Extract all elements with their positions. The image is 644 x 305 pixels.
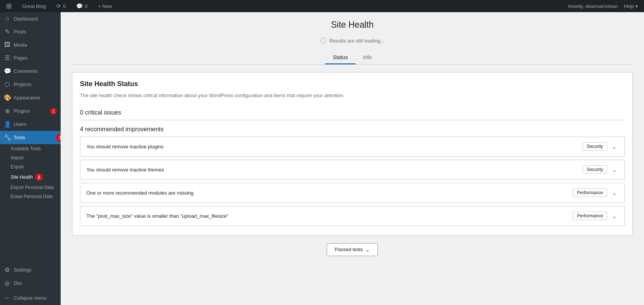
loading-text: Results are still loading... bbox=[329, 38, 384, 44]
new-content-link[interactable]: + New bbox=[95, 0, 115, 12]
sidebar-label-divi: Divi bbox=[14, 280, 22, 286]
plugins-badge: 1 bbox=[50, 108, 57, 115]
expand-button-0[interactable]: ⌄ bbox=[610, 142, 618, 151]
tab-info-label: Info bbox=[363, 54, 372, 60]
sidebar-item-posts[interactable]: ✎ Posts bbox=[0, 25, 61, 38]
critical-issues-count: 0 critical issues bbox=[72, 104, 632, 120]
sidebar-label-projects: Projects bbox=[14, 82, 31, 87]
sidebar-item-appearance[interactable]: 🎨 Appearance bbox=[0, 91, 61, 104]
admin-sidebar: ⌂ Dashboard ✎ Posts 🖼 Media ☰ Pages 💬 Co… bbox=[0, 12, 61, 305]
health-item-text-2: One or more recommended modules are miss… bbox=[86, 190, 194, 196]
dashboard-icon: ⌂ bbox=[4, 15, 11, 22]
tab-info[interactable]: Info bbox=[356, 51, 379, 64]
sidebar-item-pages[interactable]: ☰ Pages bbox=[0, 51, 61, 64]
health-tag-3: Performance bbox=[573, 212, 607, 220]
projects-icon: ⬡ bbox=[4, 81, 11, 88]
submenu-erase-personal-data[interactable]: Erase Personal Data bbox=[0, 192, 61, 201]
collapse-menu-label: Collapse menu bbox=[14, 295, 47, 301]
submenu-export-personal-data[interactable]: Export Personal Data bbox=[0, 183, 61, 192]
sidebar-item-media[interactable]: 🖼 Media bbox=[0, 38, 61, 51]
appearance-icon: 🎨 bbox=[4, 94, 11, 101]
collapse-menu-button[interactable]: ← Collapse menu bbox=[0, 291, 61, 305]
sidebar-label-settings: Settings bbox=[14, 267, 31, 273]
comments-icon: 💬 bbox=[76, 3, 83, 9]
updates-icon: ⟳ bbox=[56, 3, 61, 9]
sidebar-label-media: Media bbox=[14, 42, 27, 48]
sidebar-item-settings[interactable]: ⚙ Settings bbox=[0, 263, 61, 277]
site-health-badge: 2 bbox=[35, 173, 43, 181]
updates-link[interactable]: ⟳ 5 bbox=[53, 0, 69, 12]
new-content-label: + New bbox=[98, 3, 112, 9]
improvements-count: 4 recommended improvements bbox=[72, 120, 632, 137]
main-content: Site Health Results are still loading...… bbox=[61, 12, 644, 305]
page-title: Site Health bbox=[72, 20, 633, 30]
passed-tests-button[interactable]: Passed tests ⌄ bbox=[327, 243, 378, 256]
tabs-row: Status Info bbox=[72, 51, 633, 64]
sidebar-item-comments[interactable]: 💬 Comments bbox=[0, 64, 61, 78]
howdy-text: Howdy, deannamclean bbox=[568, 3, 617, 9]
sidebar-item-projects[interactable]: ⬡ Projects bbox=[0, 78, 61, 91]
health-item-text-3: The "post_max_size" value is smaller tha… bbox=[86, 213, 229, 219]
passed-tests-chevron: ⌄ bbox=[365, 247, 370, 253]
passed-tests-row: Passed tests ⌄ bbox=[72, 236, 633, 264]
settings-icon: ⚙ bbox=[4, 266, 11, 274]
section-header: Site Health Status The site health check… bbox=[72, 72, 632, 104]
sidebar-item-dashboard[interactable]: ⌂ Dashboard bbox=[0, 12, 61, 25]
divi-icon: ◎ bbox=[4, 280, 11, 287]
health-item-2: One or more recommended modules are miss… bbox=[80, 183, 625, 203]
health-item-right-3: Performance ⌄ bbox=[573, 212, 618, 220]
health-item-text-1: You should remove inactive themes bbox=[86, 167, 164, 173]
sidebar-item-tools[interactable]: 🔧 Tools 1 bbox=[0, 131, 61, 144]
sidebar-label-dashboard: Dashboard bbox=[14, 16, 38, 22]
health-item-right-1: Security ⌄ bbox=[583, 165, 618, 174]
submenu-site-health[interactable]: Site Health 2 bbox=[0, 171, 61, 183]
sidebar-label-posts: Posts bbox=[14, 29, 26, 35]
sidebar-label-users: Users bbox=[14, 121, 27, 127]
sidebar-item-divi[interactable]: ◎ Divi bbox=[0, 277, 61, 290]
users-icon: 👤 bbox=[4, 121, 11, 128]
health-tag-2: Performance bbox=[573, 189, 607, 197]
collapse-icon: ← bbox=[4, 294, 11, 301]
expand-button-1[interactable]: ⌄ bbox=[610, 165, 618, 174]
updates-count: 5 bbox=[63, 3, 66, 9]
comments-link[interactable]: 💬 0 bbox=[73, 0, 90, 12]
health-item-text-0: You should remove inactive plugins bbox=[86, 144, 163, 149]
site-name[interactable]: Great Blog bbox=[19, 0, 49, 12]
media-icon: 🖼 bbox=[4, 41, 11, 48]
expand-button-2[interactable]: ⌄ bbox=[610, 189, 618, 197]
tools-icon: 🔧 bbox=[4, 134, 11, 141]
sidebar-item-plugins[interactable]: ⊕ Plugins 1 bbox=[0, 104, 61, 118]
help-button[interactable]: Help ▾ bbox=[621, 0, 641, 12]
comments-menu-icon: 💬 bbox=[4, 68, 11, 75]
passed-tests-label: Passed tests bbox=[335, 247, 363, 252]
health-item-1: You should remove inactive themes Securi… bbox=[80, 160, 625, 180]
tab-status-label: Status bbox=[333, 54, 348, 60]
admin-bar: ⊞ Great Blog ⟳ 5 💬 0 + New Howdy, deanna… bbox=[0, 0, 644, 12]
expand-button-3[interactable]: ⌄ bbox=[610, 212, 618, 220]
sidebar-label-plugins: Plugins bbox=[14, 108, 30, 114]
spinner bbox=[320, 38, 326, 44]
help-label: Help ▾ bbox=[624, 3, 638, 9]
status-section: Site Health Status The site health check… bbox=[72, 72, 633, 236]
tab-status[interactable]: Status bbox=[325, 51, 356, 64]
site-name-text: Great Blog bbox=[22, 3, 46, 9]
health-item-right-2: Performance ⌄ bbox=[573, 189, 618, 197]
sidebar-item-users[interactable]: 👤 Users bbox=[0, 118, 61, 131]
section-title: Site Health Status bbox=[80, 80, 625, 88]
sidebar-label-pages: Pages bbox=[14, 55, 28, 61]
submenu-import[interactable]: Import bbox=[0, 153, 61, 162]
tools-circle-badge: 1 bbox=[56, 134, 61, 142]
sidebar-label-comments: Comments bbox=[14, 68, 38, 74]
health-tag-1: Security bbox=[583, 165, 607, 174]
health-item-3: The "post_max_size" value is smaller tha… bbox=[80, 206, 625, 226]
pages-icon: ☰ bbox=[4, 54, 11, 61]
submenu-available-tools[interactable]: Available Tools bbox=[0, 144, 61, 153]
health-item-0: You should remove inactive plugins Secur… bbox=[80, 137, 625, 157]
sidebar-label-tools: Tools bbox=[14, 135, 25, 140]
wp-icon: ⊞ bbox=[6, 2, 12, 10]
submenu-export[interactable]: Export bbox=[0, 162, 61, 171]
site-health-label: Site Health bbox=[11, 175, 33, 180]
wp-logo[interactable]: ⊞ bbox=[3, 0, 15, 12]
health-item-right-0: Security ⌄ bbox=[583, 142, 618, 151]
section-description: The site health check shows critical inf… bbox=[80, 92, 625, 100]
